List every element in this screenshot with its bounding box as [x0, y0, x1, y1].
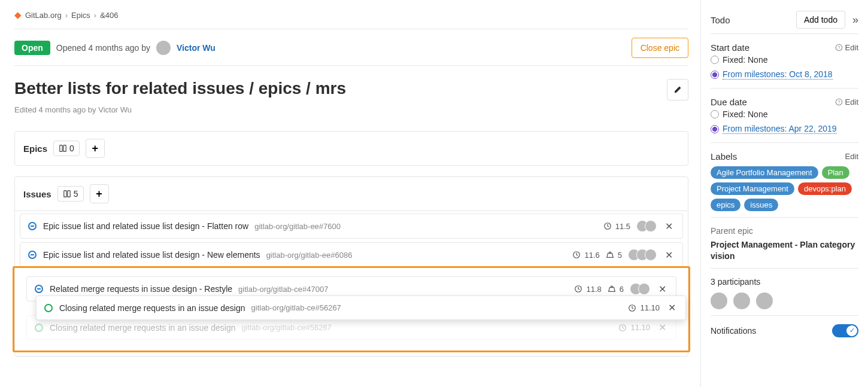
epic-icon [59, 144, 67, 153]
notifications-section: Notifications ✓ [711, 315, 858, 343]
issues-panel: Issues 5 + Epic issue list and related i… [14, 176, 688, 356]
assignees[interactable] [630, 283, 650, 295]
breadcrumb-id[interactable]: &406 [100, 11, 118, 20]
assignee-avatar[interactable] [645, 220, 657, 232]
label-tag[interactable]: Agile Portfolio Management [711, 166, 818, 179]
svg-text:?: ? [837, 45, 840, 50]
milestone-meta: 11.6 [572, 251, 599, 260]
participant-avatar[interactable] [711, 292, 727, 309]
svg-point-14 [611, 286, 612, 288]
remove-issue-button[interactable]: ✕ [656, 322, 669, 333]
svg-point-15 [45, 304, 52, 312]
sidebar: Todo Add todo » Start date ? Edit Fixed:… [700, 0, 868, 387]
label-tag[interactable]: Project Management [711, 182, 794, 195]
clock-icon [574, 285, 582, 293]
issue-ref[interactable]: gitlab-org/gitlab-ce#56267 [251, 303, 341, 312]
breadcrumb[interactable]: ◆ GitLab.org › Epics › &406 [14, 7, 688, 29]
issue-open-icon [34, 323, 44, 333]
parent-epic-name[interactable]: Project Management - Plan category visio… [711, 239, 858, 262]
chevron-right-icon: › [94, 11, 96, 20]
breadcrumb-org[interactable]: GitLab.org [25, 11, 62, 20]
notifications-toggle[interactable]: ✓ [832, 324, 858, 337]
due-date-milestones[interactable]: From milestones: Apr 22, 2019 [711, 121, 858, 136]
assignees[interactable] [636, 220, 657, 232]
assignee-avatar[interactable] [638, 283, 650, 295]
label-tag[interactable]: issues [744, 199, 778, 211]
assignees[interactable] [628, 249, 657, 261]
issue-row[interactable]: Closing related merge requests in an iss… [36, 295, 686, 320]
issue-icon [63, 190, 71, 198]
clock-icon [618, 324, 627, 332]
issue-ref[interactable]: gitlab-org/gitlab-ee#6086 [266, 251, 353, 260]
svg-rect-0 [60, 145, 62, 152]
issue-ref[interactable]: gitlab-org/gitlab-ce#47007 [238, 285, 328, 294]
due-date-section: Due date ? Edit Fixed: None From milesto… [711, 88, 858, 142]
edit-title-button[interactable] [667, 79, 688, 100]
issue-title[interactable]: Epic issue list and related issue list d… [43, 250, 260, 260]
weight-meta: 5 [606, 251, 622, 260]
participant-avatar[interactable] [756, 292, 773, 309]
svg-point-10 [609, 252, 611, 254]
start-date-edit[interactable]: ? Edit [835, 43, 858, 52]
weight-icon [606, 251, 614, 259]
remove-issue-button[interactable]: ✕ [656, 284, 669, 295]
chevron-right-icon: › [65, 11, 68, 20]
todo-label: Todo [711, 15, 730, 25]
breadcrumb-section[interactable]: Epics [71, 11, 90, 20]
issue-closed-icon [34, 284, 44, 294]
opened-text: Opened 4 months ago by [56, 43, 150, 53]
issue-title[interactable]: Epic issue list and related issue list d… [43, 221, 248, 231]
issue-title[interactable]: Closing related merge requests in an iss… [59, 303, 245, 313]
state-badge: Open [14, 41, 50, 55]
gitlab-icon: ◆ [14, 10, 22, 20]
epic-title: Better lists for related issues / epics … [14, 79, 667, 98]
milestone-meta: 11.8 [574, 285, 601, 294]
issue-title[interactable]: Closing related merge requests in an iss… [50, 323, 236, 333]
epics-label: Epics [23, 144, 47, 154]
label-tag[interactable]: epics [711, 199, 740, 211]
milestone-meta: 11.10 [628, 303, 660, 312]
pencil-icon [673, 86, 682, 94]
issue-ref[interactable]: gitlab-org/gitlab-ce#56267 [242, 323, 332, 332]
author-avatar[interactable] [156, 41, 171, 55]
issue-ref[interactable]: gitlab-org/gitlab-ee#7600 [254, 222, 341, 231]
issue-row[interactable]: Epic issue list and related issue list d… [20, 242, 683, 267]
remove-issue-button[interactable]: ✕ [663, 249, 675, 261]
collapse-sidebar-icon[interactable]: » [852, 14, 858, 26]
label-tag[interactable]: devops:plan [798, 182, 852, 195]
labels-edit[interactable]: Edit [845, 152, 858, 161]
clock-icon [603, 222, 612, 230]
assignee-avatar[interactable] [645, 249, 657, 261]
add-todo-button[interactable]: Add todo [796, 11, 845, 29]
participants-section: 3 participants [711, 268, 858, 315]
start-date-section: Start date ? Edit Fixed: None From miles… [711, 33, 858, 88]
issue-closed-icon [28, 250, 37, 260]
close-epic-button[interactable]: Close epic [632, 38, 688, 58]
weight-meta: 6 [608, 285, 624, 294]
label-tag[interactable]: Plan [822, 166, 849, 179]
start-date-milestones[interactable]: From milestones: Oct 8, 2018 [711, 67, 858, 82]
issues-label: Issues [23, 189, 51, 199]
remove-issue-button[interactable]: ✕ [663, 221, 675, 232]
svg-rect-1 [63, 145, 66, 152]
clock-icon [628, 304, 636, 312]
question-icon: ? [835, 44, 843, 51]
due-date-title: Due date [711, 97, 747, 107]
svg-rect-2 [63, 191, 66, 197]
start-date-title: Start date [711, 42, 749, 53]
due-date-fixed[interactable]: Fixed: None [711, 107, 858, 121]
due-date-edit[interactable]: ? Edit [835, 97, 858, 106]
issue-row[interactable]: Epic issue list and related issue list d… [20, 214, 683, 239]
author-link[interactable]: Victor Wu [177, 43, 216, 53]
add-issue-button[interactable]: + [90, 184, 109, 203]
issue-title[interactable]: Related merge requests in issue design -… [50, 284, 232, 294]
participant-avatar[interactable] [733, 292, 750, 309]
add-epic-button[interactable]: + [86, 139, 105, 158]
epics-panel: Epics 0 + [14, 131, 688, 166]
svg-rect-3 [68, 191, 70, 197]
start-date-fixed[interactable]: Fixed: None [711, 53, 858, 67]
parent-epic-section: Parent epic Project Management - Plan ca… [711, 217, 858, 268]
clock-icon [572, 251, 581, 259]
remove-issue-button[interactable]: ✕ [666, 302, 678, 313]
labels-title: Labels [711, 151, 737, 161]
